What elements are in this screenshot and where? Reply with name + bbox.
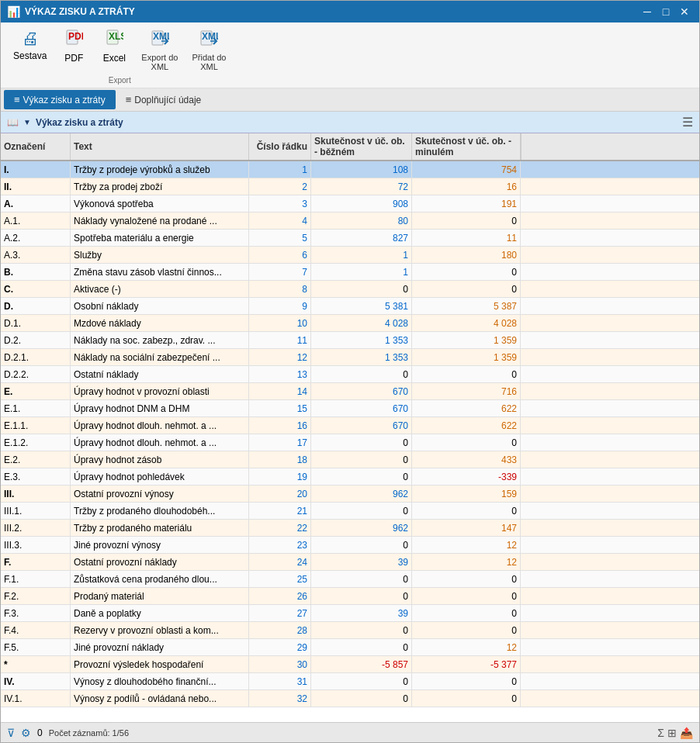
- cell-cislo: 27: [249, 605, 311, 621]
- cell-bezne: 0: [311, 622, 412, 638]
- cell-bezne: 0: [311, 537, 412, 553]
- table-row[interactable]: A.1. Náklady vynaložené na prodané ... 4…: [1, 213, 699, 230]
- close-button[interactable]: ✕: [676, 3, 693, 20]
- col-cislo: Číslo řádku: [249, 133, 311, 160]
- cell-cislo: 18: [249, 451, 311, 468]
- cell-cislo: 21: [249, 503, 311, 519]
- svg-text:PDF: PDF: [68, 31, 83, 42]
- cell-minule: 12: [412, 554, 521, 570]
- cell-bezne: 0: [311, 468, 412, 485]
- cell-text: Provozní výsledek hospodaření: [71, 656, 249, 672]
- pdf-label: PDF: [64, 53, 83, 64]
- table-row[interactable]: D.2.2. Ostatní náklady 13 0 0: [1, 366, 699, 383]
- cell-bezne: 827: [311, 230, 412, 246]
- table-row[interactable]: III.2. Tržby z prodaného materiálu 22 96…: [1, 520, 699, 537]
- cell-text: Výnosy z dlouhodobého finanční...: [71, 673, 249, 689]
- cell-text: Úpravy hodnot v provozní oblasti: [71, 383, 249, 399]
- cell-bezne: 670: [311, 383, 412, 399]
- cell-bezne: 1: [311, 264, 412, 280]
- cell-oznaceni: D.2.2.: [1, 366, 71, 382]
- cell-bezne: 108: [311, 161, 412, 178]
- cell-cislo: 29: [249, 639, 311, 655]
- table-row[interactable]: C. Aktivace (-) 8 0 0: [1, 281, 699, 298]
- table-row[interactable]: E.1. Úpravy hodnot DNM a DHM 15 670 622: [1, 400, 699, 417]
- toolbar-group-export: 🖨 Sestava PDF PDF XLS Excel: [7, 26, 232, 85]
- table-row[interactable]: D.2.1. Náklady na sociální zabezpečení .…: [1, 349, 699, 366]
- collapse-icon[interactable]: ▼: [23, 118, 31, 126]
- cell-cislo: 16: [249, 417, 311, 434]
- tab-doplnujici-icon: ≡: [126, 94, 132, 105]
- table-row[interactable]: II. Tržby za prodej zboží 2 72 16: [1, 178, 699, 195]
- cell-minule: 0: [412, 571, 521, 587]
- table-row[interactable]: III. Ostatní provozní výnosy 20 962 159: [1, 486, 699, 503]
- table-row[interactable]: A.3. Služby 6 1 180: [1, 247, 699, 264]
- table-row[interactable]: E.3. Úpravy hodnot pohledávek 19 0 -339: [1, 468, 699, 486]
- tab-doplnujici[interactable]: ≡ Doplňující údaje: [116, 90, 212, 109]
- cell-cislo: 12: [249, 349, 311, 365]
- excel-button[interactable]: XLS Excel: [95, 26, 133, 74]
- table-row[interactable]: IV.1. Výnosy z podílů - ovládaná nebo...…: [1, 690, 699, 707]
- cell-cislo: 13: [249, 366, 311, 382]
- grid-icon[interactable]: ⊞: [667, 727, 677, 739]
- cell-bezne: 962: [311, 486, 412, 502]
- table-row[interactable]: III.3. Jiné provozní výnosy 23 0 12: [1, 537, 699, 554]
- export-status-icon[interactable]: 📤: [680, 727, 693, 739]
- table-row[interactable]: A.2. Spotřeba materiálu a energie 5 827 …: [1, 230, 699, 247]
- table-row[interactable]: E.1.2. Úpravy hodnot dlouh. nehmot. a ..…: [1, 434, 699, 451]
- cell-text: Daně a poplatky: [71, 605, 249, 621]
- toolbar: 🖨 Sestava PDF PDF XLS Excel: [1, 22, 699, 88]
- cell-text: Prodaný materiál: [71, 588, 249, 604]
- tab-vykaz[interactable]: ≡ Výkaz zisku a ztráty: [4, 90, 116, 109]
- table-row[interactable]: F.1. Zůstatková cena prodaného dlou... 2…: [1, 571, 699, 588]
- cell-oznaceni: IV.: [1, 673, 71, 689]
- table-row[interactable]: D.1. Mzdové náklady 10 4 028 4 028: [1, 315, 699, 332]
- table-row[interactable]: * Provozní výsledek hospodaření 30 -5 85…: [1, 656, 699, 673]
- pridat-xml-button[interactable]: XML Přidat doXML: [185, 26, 232, 74]
- section-header: 📖 ▼ Výkaz zisku a ztráty ☰: [1, 112, 699, 133]
- tab-vykaz-label: Výkaz zisku a ztráty: [23, 95, 106, 105]
- filter-icon[interactable]: ⊽: [7, 727, 15, 739]
- table-row[interactable]: F.2. Prodaný materiál 26 0 0: [1, 588, 699, 605]
- table-row[interactable]: F.3. Daně a poplatky 27 39 0: [1, 605, 699, 622]
- table-row[interactable]: F.5. Jiné provozní náklady 29 0 12: [1, 639, 699, 656]
- table-row[interactable]: E. Úpravy hodnot v provozní oblasti 14 6…: [1, 383, 699, 400]
- table-row[interactable]: III.1. Tržby z prodaného dlouhodobéh... …: [1, 503, 699, 520]
- cell-bezne: 1 353: [311, 349, 412, 365]
- cell-oznaceni: *: [1, 656, 71, 672]
- table-row[interactable]: F.4. Rezervy v provozní oblasti a kom...…: [1, 622, 699, 639]
- table-row[interactable]: D.2. Náklady na soc. zabezp., zdrav. ...…: [1, 332, 699, 349]
- cell-cislo: 19: [249, 468, 311, 485]
- table-row[interactable]: A. Výkonová spotřeba 3 908 191: [1, 195, 699, 213]
- cell-oznaceni: B.: [1, 264, 71, 280]
- table-row[interactable]: F. Ostatní provozní náklady 24 39 12: [1, 554, 699, 571]
- table-row[interactable]: I. Tržby z prodeje výrobků a služeb 1 10…: [1, 161, 699, 178]
- settings-icon[interactable]: ⚙: [21, 727, 31, 739]
- cell-oznaceni: III.1.: [1, 503, 71, 519]
- cell-minule: 622: [412, 400, 521, 416]
- cell-oznaceni: II.: [1, 178, 71, 195]
- cell-minule: 0: [412, 434, 521, 451]
- pdf-button[interactable]: PDF PDF: [54, 26, 93, 74]
- table-row[interactable]: E.1.1. Úpravy hodnot dlouh. nehmot. a ..…: [1, 417, 699, 434]
- table-row[interactable]: B. Změna stavu zásob vlastní činnos... 7…: [1, 264, 699, 281]
- cell-bezne: 0: [311, 571, 412, 587]
- sigma-icon[interactable]: Σ: [657, 727, 664, 739]
- record-info: Počet záznamů: 1/56: [49, 728, 129, 738]
- minimize-button[interactable]: ─: [639, 3, 656, 20]
- menu-icon[interactable]: ☰: [682, 115, 693, 130]
- cell-bezne: 670: [311, 400, 412, 416]
- table-row[interactable]: IV. Výnosy z dlouhodobého finanční... 31…: [1, 673, 699, 690]
- sestava-button[interactable]: 🖨 Sestava: [7, 26, 53, 74]
- cell-oznaceni: D.2.1.: [1, 349, 71, 365]
- table-row[interactable]: E.2. Úpravy hodnot zásob 18 0 433: [1, 451, 699, 468]
- table-body[interactable]: I. Tržby z prodeje výrobků a služeb 1 10…: [1, 161, 699, 722]
- export-xml-button[interactable]: XML Export doXML: [135, 26, 184, 74]
- cell-cislo: 24: [249, 554, 311, 570]
- cell-bezne: 0: [311, 366, 412, 382]
- cell-oznaceni: E.3.: [1, 468, 71, 485]
- maximize-button[interactable]: □: [657, 3, 674, 20]
- table-row[interactable]: D. Osobní náklady 9 5 381 5 387: [1, 298, 699, 315]
- cell-minule: -339: [412, 468, 521, 485]
- window-controls: ─ □ ✕: [639, 3, 693, 20]
- cell-minule: 1 359: [412, 332, 521, 348]
